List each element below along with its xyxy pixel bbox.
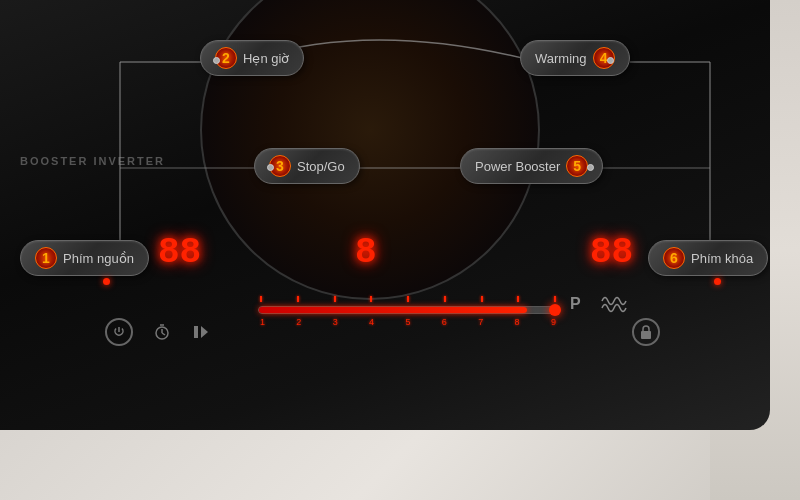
power-num-2: 2 bbox=[296, 317, 301, 327]
btn-2-label: Hẹn giờ bbox=[243, 51, 289, 66]
tick-5 bbox=[407, 296, 409, 302]
scene: BOOSTER INVERTER 1 Phím nguồn 2 Hẹn bbox=[0, 0, 800, 500]
power-num-9: 9 bbox=[551, 317, 556, 327]
power-num-5: 5 bbox=[405, 317, 410, 327]
btn-1-number: 1 bbox=[35, 247, 57, 269]
bottom-controls bbox=[105, 318, 209, 346]
svg-rect-10 bbox=[194, 326, 198, 338]
tick-2 bbox=[297, 296, 299, 302]
red-dot-right bbox=[714, 278, 721, 285]
power-bar-container[interactable]: 1 2 3 4 5 6 7 8 9 bbox=[258, 296, 558, 327]
btn-3-label: Stop/Go bbox=[297, 159, 345, 174]
tick-3 bbox=[334, 296, 336, 302]
btn-5-number: 5 bbox=[566, 155, 588, 177]
heat-symbol bbox=[600, 293, 628, 318]
conn-dot-btn2-left bbox=[213, 57, 220, 64]
play-icon[interactable] bbox=[191, 323, 209, 341]
btn-5-label: Power Booster bbox=[475, 159, 560, 174]
power-ticks bbox=[258, 296, 558, 302]
tick-7 bbox=[481, 296, 483, 302]
btn-phim-nguon[interactable]: 1 Phím nguồn bbox=[20, 240, 149, 276]
btn-6-label: Phím khóa bbox=[691, 251, 753, 266]
cooktop-panel: BOOSTER INVERTER 1 Phím nguồn 2 Hẹn bbox=[0, 0, 770, 430]
play-svg bbox=[191, 323, 209, 341]
power-num-8: 8 bbox=[515, 317, 520, 327]
led-display-left: 88 bbox=[158, 232, 201, 273]
timer-svg bbox=[153, 323, 171, 341]
btn-1-label: Phím nguồn bbox=[63, 251, 134, 266]
power-bar-thumb[interactable] bbox=[549, 304, 561, 316]
power-svg bbox=[112, 325, 126, 339]
red-dot-left bbox=[103, 278, 110, 285]
power-num-6: 6 bbox=[442, 317, 447, 327]
heat-svg bbox=[600, 293, 628, 313]
btn-6-number: 6 bbox=[663, 247, 685, 269]
lock-svg bbox=[639, 324, 653, 340]
led-display-center: 8 bbox=[355, 232, 377, 273]
power-num-7: 7 bbox=[478, 317, 483, 327]
btn-power-booster[interactable]: Power Booster 5 bbox=[460, 148, 603, 184]
tick-8 bbox=[517, 296, 519, 302]
conn-dot-btn5-right bbox=[587, 164, 594, 171]
tick-4 bbox=[370, 296, 372, 302]
power-numbers: 1 2 3 4 5 6 7 8 9 bbox=[258, 317, 558, 327]
svg-line-8 bbox=[162, 333, 165, 335]
btn-4-label: Warming bbox=[535, 51, 587, 66]
booster-inverter-text: BOOSTER INVERTER bbox=[20, 155, 165, 167]
power-bar-track[interactable] bbox=[258, 306, 558, 314]
power-icon[interactable] bbox=[105, 318, 133, 346]
conn-dot-btn4-right bbox=[607, 57, 614, 64]
power-bar-fill bbox=[259, 307, 527, 313]
power-num-1: 1 bbox=[260, 317, 265, 327]
timer-icon[interactable] bbox=[153, 323, 171, 341]
tick-6 bbox=[444, 296, 446, 302]
led-display-right: 88 bbox=[590, 232, 633, 273]
power-num-3: 3 bbox=[333, 317, 338, 327]
btn-phim-khoa[interactable]: 6 Phím khóa bbox=[648, 240, 768, 276]
conn-dot-btn3-left bbox=[267, 164, 274, 171]
p-symbol: P bbox=[570, 295, 581, 313]
tick-1 bbox=[260, 296, 262, 302]
power-num-4: 4 bbox=[369, 317, 374, 327]
lock-icon-circle[interactable] bbox=[632, 318, 660, 346]
tick-9 bbox=[554, 296, 556, 302]
svg-marker-11 bbox=[201, 326, 208, 338]
svg-rect-12 bbox=[641, 331, 651, 339]
